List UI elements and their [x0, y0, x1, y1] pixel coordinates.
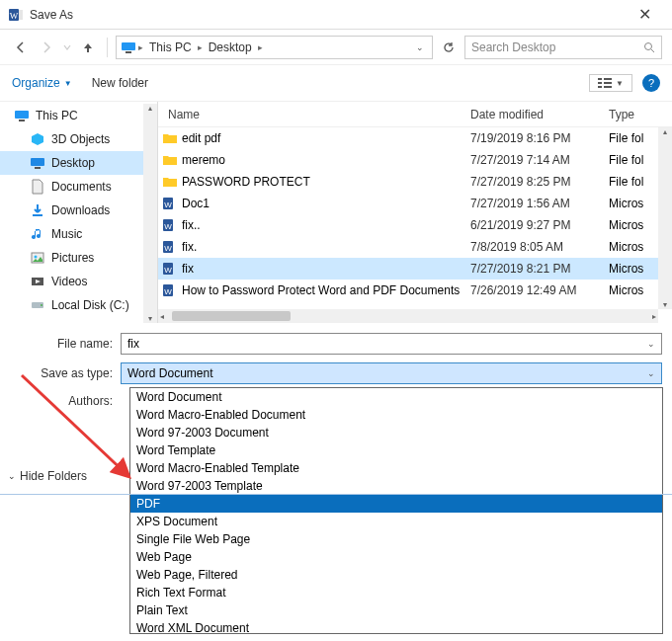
window-title: Save As: [30, 8, 625, 22]
organize-label: Organize: [12, 76, 60, 90]
breadcrumb-folder[interactable]: Desktop: [205, 40, 256, 54]
filename-label: File name:: [20, 337, 121, 351]
tree-scrollbar[interactable]: [143, 104, 157, 323]
tree-item[interactable]: Local Disk (C:): [0, 293, 143, 317]
desktop-icon: [30, 155, 45, 171]
chevron-down-icon[interactable]: ⌄: [647, 368, 655, 378]
tree-item[interactable]: Desktop: [0, 151, 143, 175]
forward-button[interactable]: [36, 37, 57, 58]
tree-item[interactable]: This PC: [0, 104, 143, 127]
saveastype-option[interactable]: Rich Text Format: [130, 584, 662, 601]
file-row[interactable]: Wfix.7/8/2019 8:05 AMMicros: [158, 236, 672, 258]
chevron-down-icon: ⌄: [8, 471, 16, 481]
tree-item[interactable]: Downloads: [0, 199, 143, 222]
organize-menu[interactable]: Organize ▼: [12, 76, 72, 90]
list-horizontal-scrollbar[interactable]: [158, 309, 658, 323]
tree-item[interactable]: 3D Objects: [0, 127, 143, 151]
svg-text:W: W: [164, 244, 172, 253]
word-file-icon: W: [158, 239, 182, 255]
recent-dropdown-icon[interactable]: [61, 37, 73, 58]
column-type[interactable]: Type: [609, 108, 658, 121]
file-type: Micros: [609, 218, 658, 232]
address-dropdown-icon[interactable]: ⌄: [412, 42, 428, 52]
address-bar[interactable]: ▸ This PC ▸ Desktop ▸ ⌄: [116, 36, 433, 59]
authors-label: Authors:: [20, 392, 121, 408]
list-vertical-scrollbar[interactable]: [658, 127, 672, 309]
file-date: 6/21/2019 9:27 PM: [470, 218, 609, 232]
chevron-right-icon[interactable]: ▸: [138, 42, 143, 52]
help-button[interactable]: ?: [642, 74, 660, 92]
tree-item-label: Downloads: [51, 203, 110, 217]
file-list: Name Date modified Type edit pdf7/19/201…: [158, 102, 672, 323]
saveastype-option[interactable]: PDF: [130, 495, 662, 513]
tree-item[interactable]: Pictures: [0, 246, 143, 270]
saveastype-option[interactable]: Word Macro-Enabled Document: [130, 406, 662, 424]
svg-rect-11: [604, 82, 612, 84]
saveastype-option[interactable]: Web Page: [130, 548, 662, 566]
file-date: 7/8/2019 8:05 AM: [470, 240, 609, 254]
file-row[interactable]: Wfix..6/21/2019 9:27 PMMicros: [158, 214, 672, 236]
tree-item-label: Music: [51, 227, 82, 241]
column-date[interactable]: Date modified: [470, 108, 609, 121]
folder-icon: [158, 152, 182, 168]
file-row[interactable]: meremo7/27/2019 7:14 AMFile fol: [158, 149, 672, 171]
close-button[interactable]: ✕: [625, 5, 664, 24]
doc-icon: [30, 179, 45, 195]
saveastype-select[interactable]: Word Document ⌄: [121, 362, 662, 384]
tree-item[interactable]: Music: [0, 222, 143, 246]
chevron-right-icon[interactable]: ▸: [198, 42, 203, 52]
down-icon: [30, 202, 45, 218]
file-name: PASSWORD PROTECT: [182, 175, 470, 189]
divider: [0, 494, 672, 495]
svg-point-24: [41, 304, 42, 306]
saveastype-option[interactable]: Single File Web Page: [130, 530, 662, 548]
saveastype-option[interactable]: Word 97-2003 Document: [130, 424, 662, 441]
saveastype-value: Word Document: [127, 366, 212, 380]
svg-rect-10: [604, 78, 612, 80]
saveastype-option[interactable]: Word XML Document: [130, 619, 662, 634]
word-file-icon: W: [158, 217, 182, 233]
saveastype-option[interactable]: Plain Text: [130, 601, 662, 619]
svg-rect-17: [35, 167, 41, 169]
tree-item[interactable]: Documents: [0, 175, 143, 199]
tree-item-label: Videos: [51, 275, 87, 288]
breadcrumb-root[interactable]: This PC: [145, 40, 196, 54]
file-row[interactable]: Wfix7/27/2019 8:21 PMMicros: [158, 258, 672, 280]
vid-icon: [30, 274, 45, 289]
svg-rect-2: [19, 10, 23, 20]
column-headers: Name Date modified Type: [158, 102, 672, 127]
saveastype-option[interactable]: Word 97-2003 Template: [130, 477, 662, 495]
saveastype-dropdown[interactable]: Word DocumentWord Macro-Enabled Document…: [129, 387, 663, 634]
hide-folders-button[interactable]: ⌄ Hide Folders: [8, 469, 87, 483]
navigation-bar: ▸ This PC ▸ Desktop ▸ ⌄ Search Desktop: [0, 30, 672, 65]
back-button[interactable]: [10, 37, 32, 58]
word-file-icon: W: [158, 196, 182, 211]
file-row[interactable]: edit pdf7/19/2019 8:16 PMFile fol: [158, 127, 672, 149]
tree-item[interactable]: Videos: [0, 270, 143, 293]
view-options-button[interactable]: ▼: [589, 74, 632, 92]
refresh-button[interactable]: [437, 36, 461, 59]
chevron-right-icon[interactable]: ▸: [258, 42, 263, 52]
column-name[interactable]: Name: [158, 108, 470, 121]
search-input[interactable]: Search Desktop: [464, 36, 662, 59]
folder-icon: [158, 130, 182, 146]
saveastype-option[interactable]: Word Document: [130, 388, 662, 406]
filename-input[interactable]: fix ⌄: [121, 333, 662, 355]
file-name: fix: [182, 262, 470, 276]
file-name: How to Password Protect Word and PDF Doc…: [182, 283, 470, 297]
file-row[interactable]: WHow to Password Protect Word and PDF Do…: [158, 280, 672, 301]
file-row[interactable]: PASSWORD PROTECT7/27/2019 8:25 PMFile fo…: [158, 171, 672, 193]
up-button[interactable]: [77, 37, 99, 58]
saveastype-option[interactable]: Word Template: [130, 441, 662, 459]
svg-text:W: W: [164, 200, 172, 209]
pic-icon: [30, 250, 45, 266]
new-folder-button[interactable]: New folder: [92, 76, 148, 90]
file-date: 7/27/2019 7:14 AM: [470, 153, 609, 167]
saveastype-option[interactable]: XPS Document: [130, 513, 662, 530]
file-row[interactable]: WDoc17/27/2019 1:56 AMMicros: [158, 193, 672, 214]
saveastype-option[interactable]: Word Macro-Enabled Template: [130, 459, 662, 477]
word-file-icon: W: [158, 282, 182, 298]
tree-item-label: Desktop: [51, 156, 95, 170]
saveastype-option[interactable]: Web Page, Filtered: [130, 566, 662, 584]
chevron-down-icon[interactable]: ⌄: [647, 339, 655, 349]
